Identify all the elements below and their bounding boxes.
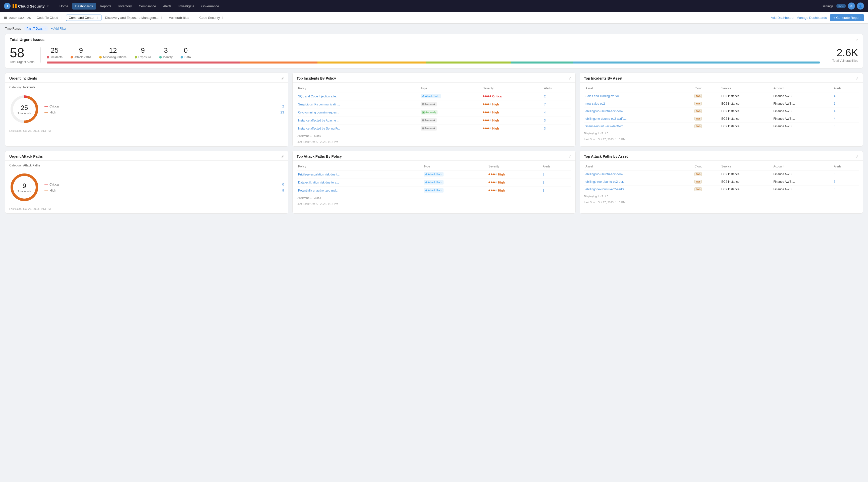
tab-command-center[interactable]: Command Center ⋮ [66, 14, 102, 21]
top-incidents-policy-expand[interactable]: ⤢ [568, 76, 571, 80]
alert-count[interactable]: 4 [834, 117, 836, 121]
tab-discovery[interactable]: Discovery and Exposure Managem... ⋮ [102, 15, 165, 21]
stat-attack-paths: 9 Attack Paths [70, 46, 91, 59]
add-dashboard-button[interactable]: Add Dashboard [771, 16, 794, 20]
table-header-row: Asset Cloud Service Account Alerts [584, 164, 859, 170]
asset-link[interactable]: new-sales-ec2 [585, 102, 605, 105]
policy-link[interactable]: Suspicious IPs communicatin... [298, 103, 340, 106]
filter-chip-time-range[interactable]: Past 7 Days × [24, 26, 49, 31]
service-cell: EC2 Instance [720, 123, 772, 130]
app-name-label: Cloud Security [18, 4, 45, 8]
app-logo[interactable]: ✦ Cloud Security ▾ [4, 3, 49, 9]
top-attack-asset-expand[interactable]: ⤢ [856, 154, 859, 158]
asset-link[interactable]: ebillingthree-ubuntu-ec2-der... [585, 180, 625, 184]
logo-app-name[interactable]: Cloud Security ▾ [12, 4, 49, 8]
policy-link[interactable]: Data exfiltration risk due to a... [298, 181, 339, 184]
tab-discovery-menu[interactable]: ⋮ [160, 16, 163, 19]
policy-link[interactable]: SQL and Code Injection atte... [298, 95, 338, 98]
alert-count[interactable]: 4 [544, 111, 546, 114]
attack-asset-table: Asset Cloud Service Account Alerts ebill… [584, 164, 859, 193]
table-row: finance-ubuntu-ec2-der4t4tg... aws EC2 I… [584, 123, 859, 130]
alert-count[interactable]: 3 [543, 181, 545, 184]
alert-count[interactable]: 2 [544, 95, 546, 98]
alert-count[interactable]: 1 [834, 102, 836, 105]
urgent-attack-expand[interactable]: ⤢ [281, 154, 284, 158]
alert-count[interactable]: 3 [834, 188, 836, 191]
user-avatar[interactable]: 👤 [857, 2, 864, 9]
alert-count[interactable]: 3 [544, 127, 546, 130]
stat-identity-num: 3 [164, 46, 168, 55]
th-alerts: Alerts [542, 86, 571, 92]
attack-critical-count[interactable]: 0 [282, 183, 284, 186]
alert-count[interactable]: 4 [834, 109, 836, 113]
alert-count[interactable]: 4 [834, 94, 836, 98]
nav-reports[interactable]: Reports [97, 3, 115, 9]
nav-inventory[interactable]: Inventory [115, 3, 135, 9]
attack-dot [70, 56, 73, 59]
policy-link[interactable]: Instance affected by Spring Fr... [298, 127, 341, 130]
add-filter-button[interactable]: + Add Filter [51, 27, 66, 30]
stat-exposure-num: 9 [141, 46, 145, 55]
asset-link[interactable]: finance-ubuntu-ec2-der4t4tg... [585, 125, 626, 128]
alert-count[interactable]: 3 [544, 119, 546, 122]
attack-high-count[interactable]: 9 [282, 189, 284, 192]
urgent-incidents-expand[interactable]: ⤢ [281, 76, 284, 80]
top-incidents-asset-expand[interactable]: ⤢ [856, 76, 859, 80]
asset-link[interactable]: ebillingone-ubuntu-ec2-asdfs... [585, 188, 627, 191]
tab-code-security[interactable]: Code Security ⋮ [197, 15, 227, 21]
urgent-issues-body: 58 Total Urgent Alerts 25 Incidents [5, 44, 863, 68]
account-cell: Finance AWS ... [772, 92, 832, 100]
critical-count[interactable]: 2 [282, 104, 284, 108]
tab-vulnerabilities-menu[interactable]: ⋮ [191, 16, 193, 19]
top-attack-policy-expand[interactable]: ⤢ [568, 154, 571, 158]
nav-compliance[interactable]: Compliance [136, 3, 159, 9]
tab-command-center-menu[interactable]: ⋮ [96, 16, 99, 19]
top-incidents-policy-title: Top Incidents By Policy [297, 76, 336, 80]
th-severity: Severity [487, 164, 541, 170]
severity-badge: High [483, 111, 541, 114]
table-row: Privilege escalation risk due t... ⊕ Att… [297, 170, 571, 179]
user-avatar-gear[interactable]: ⚙ [848, 2, 855, 9]
urgent-attack-paths-body: Category: Attack Paths 9 Total Alerts [5, 161, 288, 214]
stat-exposure: 9 Exposure [135, 46, 151, 59]
manage-dashboards-button[interactable]: Manage Dashboards [797, 16, 827, 20]
settings-link[interactable]: Settings [822, 4, 833, 8]
asset-link[interactable]: Sales and Trading hz6vX [585, 94, 619, 98]
alert-count[interactable]: 7 [544, 103, 546, 106]
tab-code-to-cloud[interactable]: Code To Cloud ⋮ [34, 15, 65, 21]
nav-governance[interactable]: Governance [198, 3, 222, 9]
stat-misconfigs-num: 12 [109, 46, 117, 55]
asset-link[interactable]: ebillingtwo-ubuntu-ec2-der4... [585, 109, 625, 113]
top-incidents-policy-body: Policy Type Severity Alerts SQL and Code… [292, 83, 576, 147]
th-alerts: Alerts [541, 164, 571, 170]
generate-report-button[interactable]: + Generate Report [830, 14, 864, 21]
dashboards-label: ⊞ DASHBOARDS [4, 16, 31, 20]
app-name-chevron[interactable]: ▾ [47, 5, 49, 7]
policy-link[interactable]: Privilege escalation risk due t... [298, 173, 340, 176]
high-count[interactable]: 23 [281, 110, 284, 114]
alert-count[interactable]: 3 [543, 173, 545, 176]
aws-badge: aws [694, 172, 702, 176]
nav-alerts[interactable]: Alerts [160, 3, 174, 9]
tab-code-to-cloud-menu[interactable]: ⋮ [60, 16, 63, 19]
tab-vulnerabilities[interactable]: Vulnerabilities ⋮ [166, 15, 196, 21]
policy-link[interactable]: Potentially unauthorized mal... [298, 189, 339, 192]
asset-link[interactable]: ebillingone-ubuntu-ec2-asdfs... [585, 117, 627, 121]
policy-link[interactable]: Cryptomining domain reques... [298, 111, 339, 114]
tab-code-security-menu[interactable]: ⋮ [221, 16, 224, 19]
severity-badge: High [483, 127, 541, 130]
total-urgent-expand-icon[interactable]: ⤢ [855, 38, 858, 42]
filter-chip-close[interactable]: × [44, 27, 46, 30]
alert-count[interactable]: 3 [834, 172, 836, 176]
alert-count[interactable]: 3 [834, 180, 836, 184]
nav-investigate[interactable]: Investigate [176, 3, 197, 9]
alert-count[interactable]: 3 [834, 125, 836, 128]
asset-link[interactable]: ebillingtwo-ubuntu-ec2-der4... [585, 172, 625, 176]
nav-home[interactable]: Home [57, 3, 71, 9]
dashboard-actions: Add Dashboard Manage Dashboards + Genera… [771, 14, 864, 21]
policy-link[interactable]: Instance affected by Apache ... [298, 119, 339, 122]
alert-count[interactable]: 3 [543, 189, 545, 192]
nav-dashboards[interactable]: Dashboards [72, 3, 96, 9]
service-cell: EC2 Instance [720, 100, 772, 107]
service-cell: EC2 Instance [720, 107, 772, 115]
